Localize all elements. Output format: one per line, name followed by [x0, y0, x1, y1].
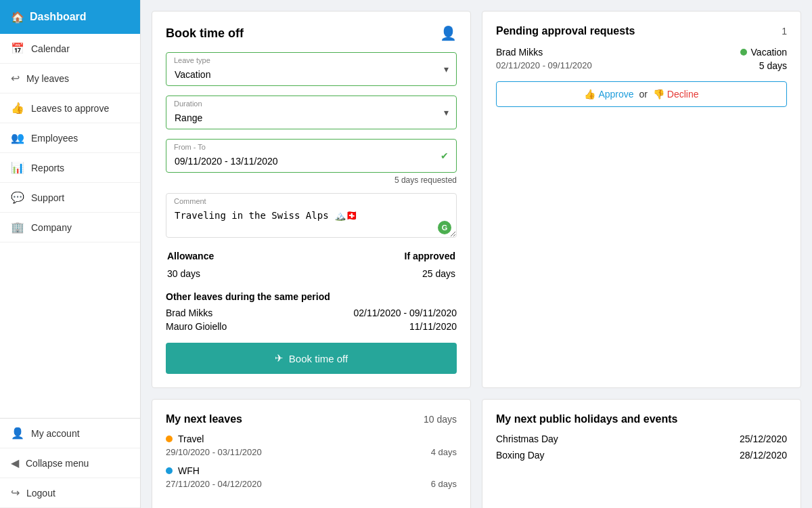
other-leaves-title: Other leaves during the same period — [166, 291, 457, 302]
sidebar-item-employees[interactable]: 👥 Employees — [0, 123, 140, 153]
pending-person-row: Brad Mikks Vacation — [496, 47, 787, 58]
sidebar-item-company[interactable]: 🏢 Company — [0, 213, 140, 242]
decline-link[interactable]: Decline — [667, 89, 699, 100]
next-leave-item-1: WFH 27/11/2020 - 04/12/2020 6 days — [166, 465, 457, 489]
duration-field[interactable]: Duration Range ▾ — [166, 96, 457, 129]
days-requested-text: 5 days requested — [166, 175, 457, 185]
vacation-dot — [740, 49, 747, 56]
wfh-dot — [166, 467, 173, 474]
leaves-to-approve-icon: 👍 — [11, 102, 24, 114]
from-to-label: From - To — [174, 143, 206, 151]
home-icon: 🏠 — [11, 11, 24, 24]
calendar-icon: 📅 — [11, 42, 24, 55]
next-leave-dates-1: 27/11/2020 - 04/12/2020 6 days — [166, 479, 457, 489]
sidebar-header[interactable]: 🏠 Dashboard — [0, 0, 140, 34]
pending-title: Pending approval requests — [496, 25, 635, 37]
sidebar-label-reports: Reports — [31, 163, 64, 173]
book-time-off-button[interactable]: ✈ Book time off — [166, 343, 457, 374]
employees-icon: 👥 — [11, 131, 24, 144]
pending-type: Vacation — [740, 47, 787, 58]
logout-icon: ↪ — [11, 486, 20, 499]
thumbs-down-icon: 👎 — [653, 89, 664, 100]
next-leave-dates-0: 29/10/2020 - 03/11/2020 4 days — [166, 447, 457, 457]
sidebar-label-support: Support — [31, 192, 64, 203]
sidebar-label-my-account: My account — [31, 428, 80, 439]
sidebar-item-logout[interactable]: ↪ Logout — [0, 478, 140, 508]
my-account-icon: 👤 — [11, 427, 24, 440]
check-icon: ✔ — [441, 150, 449, 161]
next-public-holidays-card: My next public holidays and events Chris… — [482, 399, 801, 508]
other-leave-name-1: Mauro Gioiello — [166, 321, 227, 332]
pending-header: Pending approval requests 1 — [496, 25, 787, 37]
holiday-row-1: Boxing Day 28/12/2020 — [496, 450, 787, 461]
other-leave-name-0: Brad Mikks — [166, 308, 212, 318]
pending-days: 5 days — [759, 60, 787, 71]
travel-dot — [166, 436, 173, 442]
my-leaves-icon: ↩ — [11, 72, 20, 85]
allowance-col1: Allowance — [167, 251, 304, 266]
comment-label: Comment — [174, 197, 206, 205]
holiday-name-0: Christmas Day — [496, 433, 558, 444]
public-holidays-title: My next public holidays and events — [496, 413, 678, 425]
sidebar-item-reports[interactable]: 📊 Reports — [0, 153, 140, 183]
sidebar-item-my-account[interactable]: 👤 My account — [0, 419, 140, 448]
next-leave-name-1: WFH — [166, 465, 457, 476]
approve-link[interactable]: Approve — [598, 89, 633, 100]
book-btn-icon: ✈ — [275, 352, 284, 364]
leave-type-field[interactable]: Leave type Vacation ▾ — [166, 52, 457, 86]
sidebar-item-my-leaves[interactable]: ↩ My leaves — [0, 64, 140, 93]
allowance-col2: If approved — [306, 251, 455, 266]
book-time-off-card: Book time off 👤 Leave type Vacation ▾ Du… — [152, 11, 471, 388]
sidebar-label-my-leaves: My leaves — [26, 73, 69, 84]
other-leave-dates-0: 02/11/2020 - 09/11/2020 — [353, 308, 457, 318]
comment-field[interactable]: Comment Traveling in the Swiss Alps 🏔️🇨🇭… — [166, 193, 457, 240]
collapse-icon: ◀ — [11, 457, 19, 469]
sidebar-item-leaves-to-approve[interactable]: 👍 Leaves to approve — [0, 93, 140, 123]
next-leave-item-0: Travel 29/10/2020 - 03/11/2020 4 days — [166, 433, 457, 457]
leave-type-label: Leave type — [174, 56, 210, 64]
allowance-if-approved: 25 days — [306, 267, 455, 280]
duration-select[interactable]: Range — [166, 96, 457, 129]
next-leaves-title: My next leaves — [166, 413, 242, 425]
from-to-input[interactable]: 09/11/2020 - 13/11/2020 — [166, 139, 457, 173]
sidebar: 🏠 Dashboard 📅 Calendar ↩ My leaves 👍 Lea… — [0, 0, 141, 508]
holiday-row-0: Christmas Day 25/12/2020 — [496, 433, 787, 444]
public-holidays-header: My next public holidays and events — [496, 413, 787, 425]
duration-label: Duration — [174, 100, 202, 108]
thumbs-up-icon: 👍 — [584, 89, 595, 100]
sidebar-title: Dashboard — [30, 11, 87, 23]
holiday-date-1: 28/12/2020 — [740, 450, 787, 461]
book-card-title: Book time off — [166, 26, 244, 41]
sidebar-label-collapse: Collapse menu — [26, 458, 89, 469]
or-text: or — [637, 89, 650, 100]
pending-count: 1 — [782, 26, 787, 37]
company-icon: 🏢 — [11, 221, 24, 234]
grammarly-icon: G — [438, 221, 451, 234]
sidebar-label-employees: Employees — [31, 133, 78, 144]
sidebar-label-leaves-to-approve: Leaves to approve — [31, 103, 109, 114]
sidebar-item-collapse-menu[interactable]: ◀ Collapse menu — [0, 448, 140, 478]
sidebar-item-support[interactable]: 💬 Support — [0, 183, 140, 213]
pending-person-name: Brad Mikks — [496, 47, 543, 58]
sidebar-label-logout: Logout — [26, 488, 55, 499]
main-content: Book time off 👤 Leave type Vacation ▾ Du… — [141, 0, 812, 508]
allowance-table: Allowance If approved 30 days 25 days — [166, 249, 457, 282]
other-leave-row-0: Brad Mikks 02/11/2020 - 09/11/2020 — [166, 308, 457, 318]
book-btn-label: Book time off — [289, 353, 348, 364]
next-leaves-card: My next leaves 10 days Travel 29/10/2020… — [152, 399, 471, 508]
person-icon: 👤 — [440, 25, 457, 41]
from-to-field[interactable]: From - To 09/11/2020 - 13/11/2020 ✔ — [166, 139, 457, 173]
support-icon: 💬 — [11, 191, 24, 204]
allowance-days: 30 days — [167, 267, 304, 280]
sidebar-label-calendar: Calendar — [31, 43, 70, 54]
pending-dates: 02/11/2020 - 09/11/2020 — [496, 60, 592, 70]
sidebar-label-company: Company — [31, 222, 72, 233]
approve-decline-button[interactable]: 👍 Approve or 👎 Decline — [496, 81, 787, 107]
next-leaves-total: 10 days — [424, 414, 457, 425]
other-leave-dates-1: 11/11/2020 — [409, 321, 457, 332]
comment-textarea[interactable]: Traveling in the Swiss Alps 🏔️🇨🇭 — [166, 193, 457, 238]
pending-approval-card: Pending approval requests 1 Brad Mikks V… — [482, 11, 801, 388]
next-leaves-header: My next leaves 10 days — [166, 413, 457, 425]
next-leave-name-0: Travel — [166, 433, 457, 444]
sidebar-item-calendar[interactable]: 📅 Calendar — [0, 34, 140, 64]
